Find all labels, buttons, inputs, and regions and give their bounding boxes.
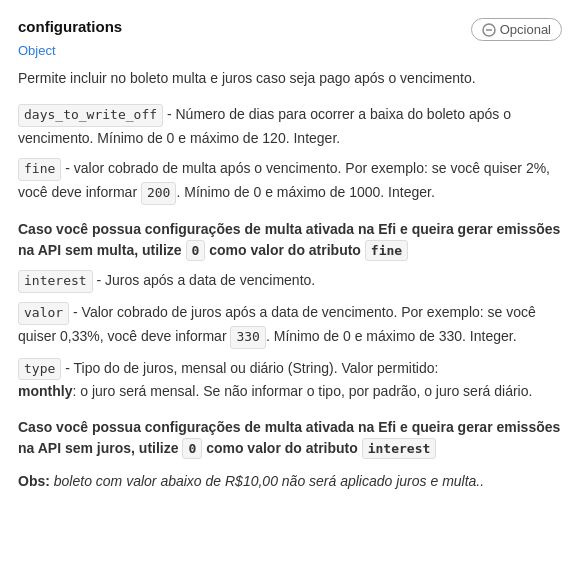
field-name-valor: valor xyxy=(18,302,69,325)
field-name-interest: interest xyxy=(18,270,93,293)
main-description: Permite incluir no boleto multa e juros … xyxy=(18,68,562,89)
field-desc-valor-part2: . Mínimo de 0 e máximo de 330. Integer. xyxy=(266,328,517,344)
highlight1-code: 0 xyxy=(186,240,206,262)
field-name-type: type xyxy=(18,358,61,381)
header-row: configurations Opcional xyxy=(18,18,562,41)
field-code-330: 330 xyxy=(230,326,265,349)
highlight2-text: Caso você possua configurações de multa … xyxy=(18,419,560,456)
type-label: Object xyxy=(18,43,562,58)
obs-text: boleto com valor abaixo de R$10,00 não s… xyxy=(54,473,484,489)
obs-section: Obs: boleto com valor abaixo de R$10,00 … xyxy=(18,473,562,489)
highlight1-text: Caso você possua configurações de multa … xyxy=(18,221,560,258)
optional-badge: Opcional xyxy=(471,18,562,41)
minus-icon xyxy=(482,23,496,37)
optional-label: Opcional xyxy=(500,22,551,37)
obs-label: Obs: xyxy=(18,473,50,489)
highlight-section-1: Caso você possua configurações de multa … xyxy=(18,219,562,262)
field-code-200: 200 xyxy=(141,182,176,205)
field-type-monthly: monthly xyxy=(18,383,72,399)
field-row-days: days_to_write_off - Número de dias para … xyxy=(18,103,562,149)
field-name-fine: fine xyxy=(18,158,61,181)
field-type-rest: : o juro será mensal. Se não informar o … xyxy=(72,383,532,399)
field-name-days: days_to_write_off xyxy=(18,104,163,127)
page-title: configurations xyxy=(18,18,122,35)
highlight2-attr: interest xyxy=(362,438,437,460)
field-row-valor: valor - Valor cobrado de juros após a da… xyxy=(18,301,562,349)
highlight-section-2: Caso você possua configurações de multa … xyxy=(18,417,562,460)
field-row-fine: fine - valor cobrado de multa após o ven… xyxy=(18,157,562,205)
field-desc-type1: - Tipo do de juros, mensal ou diário (St… xyxy=(65,360,438,376)
field-desc-interest: - Juros após a data de vencimento. xyxy=(97,272,316,288)
field-row-interest: interest - Juros após a data de vencimen… xyxy=(18,269,562,293)
highlight2-code: 0 xyxy=(182,438,202,460)
field-row-type: type - Tipo do de juros, mensal ou diári… xyxy=(18,357,562,403)
highlight1-attr: fine xyxy=(365,240,408,262)
field-desc-fine-part2: . Mínimo de 0 e máximo de 1000. Integer. xyxy=(176,184,434,200)
